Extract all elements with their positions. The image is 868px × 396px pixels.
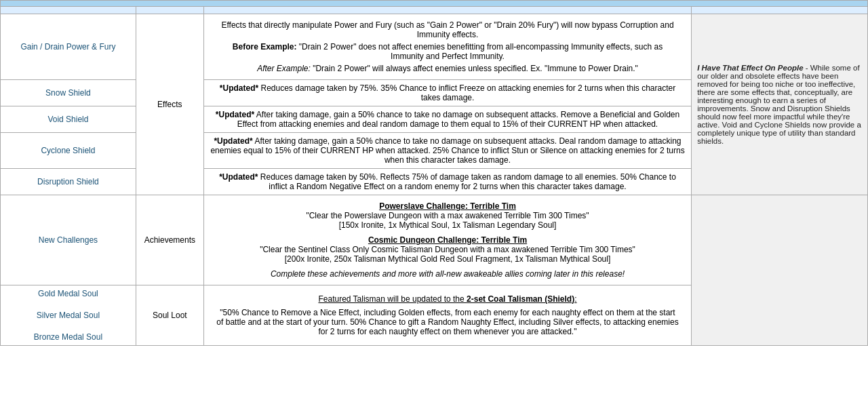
col-header-content — [1, 7, 136, 14]
desc-cell-void-shield: *Updated* After taking damage, gain a 50… — [203, 106, 691, 133]
table-row: Gain / Drain Power & Fury Effects Effect… — [1, 14, 868, 80]
silver-medal-soul: Silver Medal Soul — [6, 311, 130, 320]
gold-medal-soul: Gold Medal Soul — [6, 289, 130, 298]
section-header — [1, 1, 868, 7]
side-note: I Have That Effect On People - While som… — [692, 14, 868, 195]
column-headers — [1, 7, 868, 14]
bronze-medal-soul: Bronze Medal Soul — [6, 332, 130, 342]
desc-cell-disruption-shield: *Updated* Reduces damage taken by 50%. R… — [203, 169, 691, 195]
content-cell-new-challenges: New Challenges — [1, 195, 136, 285]
desc-cell-snow-shield: *Updated* Reduces damage taken by 75%. 3… — [203, 80, 691, 106]
desc-cell-soul-loot: Featured Talisman will be updated to the… — [203, 285, 691, 346]
content-cell-medal-souls: Gold Medal Soul Silver Medal Soul Bronze… — [1, 285, 136, 346]
content-cell-void-shield: Void Shield — [1, 106, 136, 133]
main-table: Gain / Drain Power & Fury Effects Effect… — [0, 0, 868, 346]
desc-cell-cyclone-shield: *Updated* After taking damage, gain a 50… — [203, 133, 691, 169]
desc-cell-power-fury: Effects that directly manipulate Power a… — [203, 14, 691, 80]
table-row: New Challenges Achievements Powerslave C… — [1, 195, 868, 285]
type-cell-effects: Effects — [136, 14, 203, 195]
section-title — [1, 1, 868, 7]
side-note-soul-loot — [692, 195, 868, 346]
content-cell: Gain / Drain Power & Fury — [1, 14, 136, 80]
content-cell-snow-shield: Snow Shield — [1, 80, 136, 106]
col-header-type — [136, 7, 203, 14]
col-header-sidenote — [692, 7, 868, 14]
content-cell-cyclone-shield: Cyclone Shield — [1, 133, 136, 169]
type-cell-achievements: Achievements — [136, 195, 203, 285]
content-cell-disruption-shield: Disruption Shield — [1, 169, 136, 195]
col-header-description — [203, 7, 691, 14]
desc-cell-new-challenges: Powerslave Challenge: Terrible Tim "Clea… — [203, 195, 691, 285]
type-cell-soul-loot: Soul Loot — [136, 285, 203, 346]
